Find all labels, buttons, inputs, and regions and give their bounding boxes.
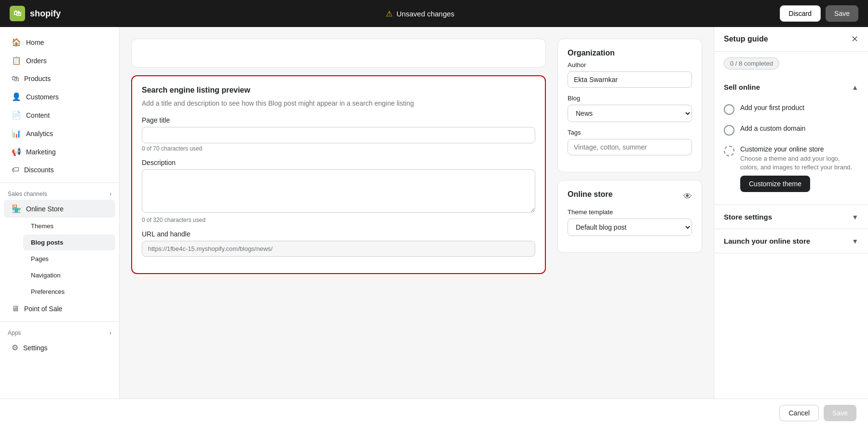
content-icon: 📄 [12, 110, 21, 120]
page-title-input[interactable] [142, 127, 535, 143]
marketing-icon: 📢 [12, 147, 21, 156]
sidebar-item-online-store[interactable]: 🏪 Online Store [4, 200, 115, 218]
warning-icon: ⚠ [386, 9, 393, 18]
unsaved-notice: ⚠ Unsaved changes [386, 9, 454, 18]
apps-expand-icon[interactable]: › [109, 330, 111, 336]
sidebar-label-orders: Orders [26, 57, 47, 65]
store-settings-header[interactable]: Store settings ▼ [714, 205, 868, 229]
author-field: Author [568, 61, 692, 88]
setup-guide-title: Setup guide [724, 35, 768, 43]
side-column: Organization Author Blog News Tags [557, 39, 702, 387]
sidebar-item-analytics[interactable]: 📊 Analytics [4, 124, 115, 142]
theme-template-select[interactable]: Default blog post [568, 219, 692, 236]
seo-card-title: Search engine listing preview [142, 86, 535, 95]
sidebar-label-discounts: Discounts [24, 166, 54, 174]
page-title-label: Page title [142, 116, 535, 124]
organization-title: Organization [568, 49, 692, 57]
sidebar-item-blog-posts[interactable]: Blog posts [23, 234, 115, 250]
author-input[interactable] [568, 71, 692, 88]
eye-icon[interactable]: 👁 [683, 192, 692, 202]
url-handle-field: URL and handle [142, 230, 535, 257]
blog-label: Blog [568, 95, 692, 102]
description-hint: 0 of 320 characters used [142, 217, 535, 223]
sidebar-label-home: Home [26, 39, 44, 46]
sidebar-label-themes: Themes [31, 222, 54, 230]
sidebar-item-home[interactable]: 🏠 Home [4, 33, 115, 51]
tags-input[interactable] [568, 139, 692, 155]
sidebar-label-pages: Pages [31, 255, 49, 262]
discard-button[interactable]: Discard [780, 5, 821, 22]
sell-online-label: Sell online [724, 83, 760, 91]
panel-header: Setup guide ✕ [714, 27, 868, 52]
cancel-button[interactable]: Cancel [779, 405, 819, 421]
add-product-check-icon [724, 104, 734, 115]
sidebar-item-products[interactable]: 🛍 Products [4, 70, 115, 87]
customize-theme-button[interactable]: Customize theme [740, 176, 810, 192]
sidebar-label-analytics: Analytics [26, 130, 53, 138]
sell-online-chevron-icon: ▲ [852, 83, 858, 91]
sidebar: 🏠 Home 📋 Orders 🛍 Products 👤 Customers 📄… [0, 27, 120, 399]
content-area: Search engine listing preview Add a titl… [120, 27, 714, 399]
sales-channels-label: Sales channels › [0, 187, 119, 199]
sidebar-label-preferences: Preferences [31, 288, 65, 295]
page-title-field: Page title 0 of 70 characters used [142, 116, 535, 152]
description-textarea[interactable] [142, 169, 535, 213]
completed-badge: 0 / 8 completed [714, 52, 868, 75]
author-label: Author [568, 61, 692, 69]
blog-select[interactable]: News [568, 105, 692, 122]
analytics-icon: 📊 [12, 129, 21, 138]
pos-icon: 🖥 [12, 304, 19, 313]
home-icon: 🏠 [12, 38, 21, 47]
sidebar-item-customers[interactable]: 👤 Customers [4, 88, 115, 106]
sidebar-label-blog-posts: Blog posts [31, 239, 63, 246]
panel-item-customize-store: Customize your online store Choose a the… [724, 140, 858, 197]
completed-count: 0 / 8 completed [724, 57, 779, 69]
sidebar-label-customers: Customers [26, 93, 59, 101]
custom-domain-title[interactable]: Add a custom domain [740, 124, 858, 132]
customize-store-desc: Choose a theme and add your logo, colors… [740, 154, 858, 172]
theme-template-label: Theme template [568, 208, 692, 216]
logo: 🛍 shopify [10, 6, 61, 21]
sidebar-item-themes[interactable]: Themes [23, 218, 115, 234]
sidebar-item-point-of-sale[interactable]: 🖥 Point of Sale [4, 300, 115, 317]
sidebar-item-content[interactable]: 📄 Content [4, 106, 115, 124]
save-bottom-button[interactable]: Save [824, 405, 856, 421]
sidebar-item-discounts[interactable]: 🏷 Discounts [4, 161, 115, 179]
store-settings-section: Store settings ▼ [714, 205, 868, 229]
sidebar-label-online-store: Online Store [26, 205, 64, 213]
sidebar-item-settings[interactable]: ⚙ Settings [4, 339, 115, 357]
products-icon: 🛍 [12, 74, 19, 83]
customers-icon: 👤 [12, 92, 21, 101]
sell-online-header[interactable]: Sell online ▲ [714, 75, 868, 99]
sidebar-item-marketing[interactable]: 📢 Marketing [4, 143, 115, 161]
tags-field: Tags [568, 129, 692, 155]
sidebar-item-orders[interactable]: 📋 Orders [4, 52, 115, 69]
close-panel-button[interactable]: ✕ [851, 35, 858, 43]
theme-template-field: Theme template Default blog post [568, 208, 692, 236]
sidebar-item-preferences[interactable]: Preferences [23, 284, 115, 300]
seo-card: Search engine listing preview Add a titl… [131, 75, 546, 274]
launch-store-section: Launch your online store ▼ [714, 229, 868, 253]
add-product-title[interactable]: Add your first product [740, 104, 858, 111]
launch-store-label: Launch your online store [724, 237, 810, 245]
online-store-icon: 🏪 [12, 204, 21, 213]
sales-channels-expand-icon[interactable]: › [109, 191, 111, 197]
shopify-logo-icon: 🛍 [10, 6, 25, 21]
logo-text: shopify [30, 9, 61, 19]
sidebar-label-pos: Point of Sale [24, 305, 62, 313]
add-product-content: Add your first product [740, 104, 858, 111]
tags-label: Tags [568, 129, 692, 136]
topbar: 🛍 shopify ⚠ Unsaved changes Discard Save [0, 0, 868, 27]
customize-store-check-icon [724, 146, 734, 156]
save-button[interactable]: Save [826, 5, 858, 22]
launch-store-chevron-icon: ▼ [852, 237, 858, 245]
sidebar-divider-1 [0, 182, 119, 183]
sidebar-label-settings: Settings [23, 344, 48, 352]
url-input[interactable] [142, 241, 535, 257]
online-store-card: Online store 👁 Theme template Default bl… [557, 180, 702, 253]
launch-store-header[interactable]: Launch your online store ▼ [714, 229, 868, 253]
sidebar-item-pages[interactable]: Pages [23, 251, 115, 267]
customize-store-title[interactable]: Customize your online store [740, 145, 858, 153]
organization-card: Organization Author Blog News Tags [557, 39, 702, 172]
sidebar-item-navigation[interactable]: Navigation [23, 267, 115, 283]
